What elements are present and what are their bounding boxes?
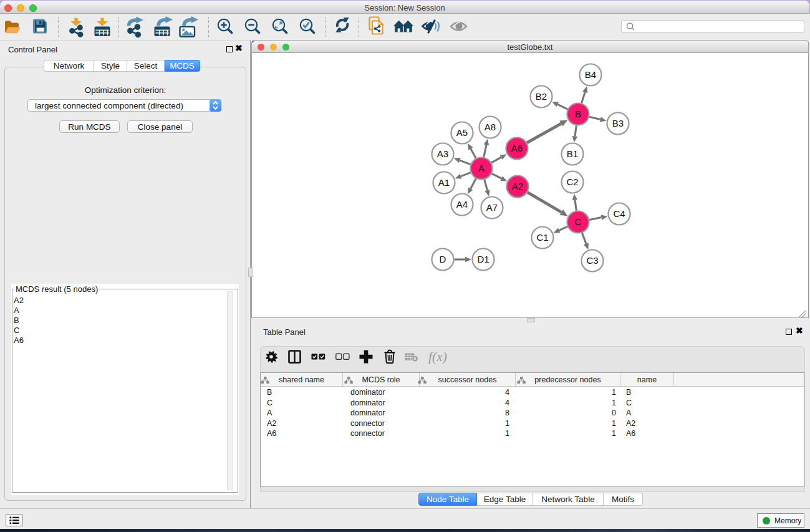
- svg-text:B: B: [575, 109, 581, 119]
- svg-text:B1: B1: [567, 148, 578, 159]
- svg-text:C: C: [575, 216, 582, 227]
- svg-text:D1: D1: [477, 254, 489, 264]
- svg-text:B2: B2: [536, 91, 547, 102]
- svg-text:C3: C3: [586, 255, 598, 266]
- svg-text:B4: B4: [585, 69, 596, 80]
- svg-text:A: A: [478, 163, 485, 173]
- svg-text:C4: C4: [613, 208, 625, 219]
- svg-text:A3: A3: [437, 148, 448, 159]
- svg-text:A5: A5: [456, 127, 468, 138]
- svg-text:f(x): f(x): [428, 349, 447, 364]
- svg-text:C1: C1: [536, 232, 548, 243]
- svg-text:D: D: [440, 254, 446, 264]
- svg-text:A4: A4: [456, 199, 468, 210]
- svg-text:A2: A2: [512, 181, 523, 191]
- svg-text:A1: A1: [438, 177, 450, 188]
- svg-text:A8: A8: [485, 122, 496, 132]
- svg-text:B3: B3: [612, 118, 624, 128]
- svg-text:C2: C2: [566, 177, 578, 187]
- svg-text:A7: A7: [486, 202, 498, 213]
- svg-text:A6: A6: [511, 143, 523, 153]
